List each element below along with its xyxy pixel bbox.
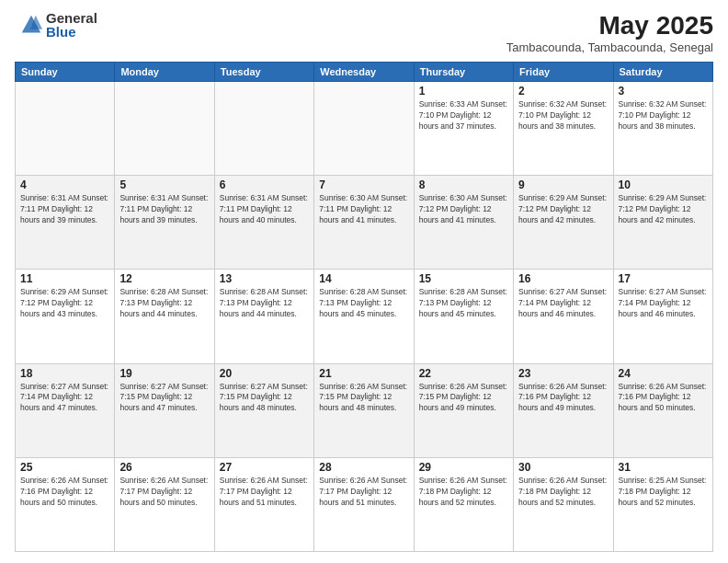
day-number: 29 <box>419 461 508 474</box>
header-monday: Monday <box>115 63 214 82</box>
logo-general-text: General <box>46 11 97 25</box>
day-number: 24 <box>619 367 708 380</box>
day-number: 10 <box>619 178 708 191</box>
day-info: Sunrise: 6:27 AM Sunset: 7:14 PM Dayligh… <box>20 382 109 415</box>
day-info: Sunrise: 6:26 AM Sunset: 7:15 PM Dayligh… <box>419 382 508 415</box>
table-row: 27Sunrise: 6:26 AM Sunset: 7:17 PM Dayli… <box>214 457 313 551</box>
table-row: 7Sunrise: 6:30 AM Sunset: 7:11 PM Daylig… <box>314 176 414 270</box>
table-row: 16Sunrise: 6:27 AM Sunset: 7:14 PM Dayli… <box>514 270 613 363</box>
day-number: 25 <box>20 461 109 474</box>
day-info: Sunrise: 6:27 AM Sunset: 7:15 PM Dayligh… <box>119 382 209 415</box>
table-row: 15Sunrise: 6:28 AM Sunset: 7:13 PM Dayli… <box>414 270 513 363</box>
day-number: 15 <box>419 272 508 285</box>
day-info: Sunrise: 6:29 AM Sunset: 7:12 PM Dayligh… <box>619 193 708 226</box>
day-number: 22 <box>419 367 508 380</box>
table-row: 10Sunrise: 6:29 AM Sunset: 7:12 PM Dayli… <box>613 176 712 270</box>
logo: General Blue <box>15 11 97 39</box>
header-sunday: Sunday <box>16 63 115 82</box>
calendar-header-row: Sunday Monday Tuesday Wednesday Thursday… <box>16 63 713 82</box>
day-info: Sunrise: 6:26 AM Sunset: 7:17 PM Dayligh… <box>319 476 408 509</box>
day-info: Sunrise: 6:27 AM Sunset: 7:14 PM Dayligh… <box>619 287 708 320</box>
logo-blue-text: Blue <box>46 25 97 39</box>
day-number: 7 <box>319 178 408 191</box>
table-row <box>16 82 115 176</box>
table-row: 21Sunrise: 6:26 AM Sunset: 7:15 PM Dayli… <box>314 363 414 457</box>
calendar-week-row: 4Sunrise: 6:31 AM Sunset: 7:11 PM Daylig… <box>16 176 713 270</box>
table-row: 26Sunrise: 6:26 AM Sunset: 7:17 PM Dayli… <box>115 457 214 551</box>
table-row: 18Sunrise: 6:27 AM Sunset: 7:14 PM Dayli… <box>16 363 115 457</box>
table-row: 28Sunrise: 6:26 AM Sunset: 7:17 PM Dayli… <box>314 457 414 551</box>
day-info: Sunrise: 6:31 AM Sunset: 7:11 PM Dayligh… <box>119 193 209 226</box>
table-row: 30Sunrise: 6:26 AM Sunset: 7:18 PM Dayli… <box>514 457 613 551</box>
day-info: Sunrise: 6:26 AM Sunset: 7:16 PM Dayligh… <box>20 476 109 509</box>
day-number: 30 <box>518 461 608 474</box>
day-number: 3 <box>619 85 708 98</box>
day-info: Sunrise: 6:25 AM Sunset: 7:18 PM Dayligh… <box>619 476 708 509</box>
table-row: 13Sunrise: 6:28 AM Sunset: 7:13 PM Dayli… <box>214 270 313 363</box>
day-number: 20 <box>220 367 309 380</box>
day-info: Sunrise: 6:28 AM Sunset: 7:13 PM Dayligh… <box>319 287 408 320</box>
table-row: 20Sunrise: 6:27 AM Sunset: 7:15 PM Dayli… <box>214 363 313 457</box>
day-number: 17 <box>619 272 708 285</box>
day-number: 27 <box>220 461 309 474</box>
table-row: 14Sunrise: 6:28 AM Sunset: 7:13 PM Dayli… <box>314 270 414 363</box>
table-row: 3Sunrise: 6:32 AM Sunset: 7:10 PM Daylig… <box>613 82 712 176</box>
day-number: 26 <box>119 461 209 474</box>
table-row <box>115 82 214 176</box>
day-number: 11 <box>20 272 109 285</box>
table-row: 12Sunrise: 6:28 AM Sunset: 7:13 PM Dayli… <box>115 270 214 363</box>
day-number: 18 <box>20 367 109 380</box>
table-row: 31Sunrise: 6:25 AM Sunset: 7:18 PM Dayli… <box>613 457 712 551</box>
table-row: 5Sunrise: 6:31 AM Sunset: 7:11 PM Daylig… <box>115 176 214 270</box>
day-info: Sunrise: 6:28 AM Sunset: 7:13 PM Dayligh… <box>119 287 209 320</box>
day-info: Sunrise: 6:26 AM Sunset: 7:15 PM Dayligh… <box>319 382 408 415</box>
day-number: 13 <box>220 272 309 285</box>
day-info: Sunrise: 6:30 AM Sunset: 7:12 PM Dayligh… <box>419 193 508 226</box>
day-number: 5 <box>119 178 209 191</box>
table-row: 17Sunrise: 6:27 AM Sunset: 7:14 PM Dayli… <box>613 270 712 363</box>
day-info: Sunrise: 6:27 AM Sunset: 7:14 PM Dayligh… <box>518 287 608 320</box>
location-subtitle: Tambacounda, Tambacounda, Senegal <box>506 40 713 54</box>
table-row: 23Sunrise: 6:26 AM Sunset: 7:16 PM Dayli… <box>514 363 613 457</box>
day-info: Sunrise: 6:28 AM Sunset: 7:13 PM Dayligh… <box>220 287 309 320</box>
table-row: 24Sunrise: 6:26 AM Sunset: 7:16 PM Dayli… <box>613 363 712 457</box>
table-row: 22Sunrise: 6:26 AM Sunset: 7:15 PM Dayli… <box>414 363 513 457</box>
header-friday: Friday <box>514 63 613 82</box>
day-info: Sunrise: 6:26 AM Sunset: 7:18 PM Dayligh… <box>518 476 608 509</box>
calendar-week-row: 25Sunrise: 6:26 AM Sunset: 7:16 PM Dayli… <box>16 457 713 551</box>
header: General Blue May 2025 Tambacounda, Tamba… <box>15 11 713 54</box>
day-info: Sunrise: 6:29 AM Sunset: 7:12 PM Dayligh… <box>20 287 109 320</box>
table-row <box>214 82 313 176</box>
table-row: 4Sunrise: 6:31 AM Sunset: 7:11 PM Daylig… <box>16 176 115 270</box>
day-info: Sunrise: 6:30 AM Sunset: 7:11 PM Dayligh… <box>319 193 408 226</box>
header-wednesday: Wednesday <box>314 63 414 82</box>
day-number: 6 <box>220 178 309 191</box>
logo-icon <box>18 12 44 38</box>
day-number: 1 <box>419 85 508 98</box>
header-tuesday: Tuesday <box>214 63 313 82</box>
day-info: Sunrise: 6:26 AM Sunset: 7:17 PM Dayligh… <box>119 476 209 509</box>
day-info: Sunrise: 6:31 AM Sunset: 7:11 PM Dayligh… <box>20 193 109 226</box>
table-row: 19Sunrise: 6:27 AM Sunset: 7:15 PM Dayli… <box>115 363 214 457</box>
table-row: 6Sunrise: 6:31 AM Sunset: 7:11 PM Daylig… <box>214 176 313 270</box>
day-number: 21 <box>319 367 408 380</box>
day-info: Sunrise: 6:29 AM Sunset: 7:12 PM Dayligh… <box>518 193 608 226</box>
calendar-table: Sunday Monday Tuesday Wednesday Thursday… <box>15 62 713 552</box>
day-info: Sunrise: 6:32 AM Sunset: 7:10 PM Dayligh… <box>619 99 708 132</box>
day-info: Sunrise: 6:31 AM Sunset: 7:11 PM Dayligh… <box>220 193 309 226</box>
table-row: 25Sunrise: 6:26 AM Sunset: 7:16 PM Dayli… <box>16 457 115 551</box>
day-number: 9 <box>518 178 608 191</box>
day-number: 19 <box>119 367 209 380</box>
day-number: 2 <box>518 85 608 98</box>
table-row: 11Sunrise: 6:29 AM Sunset: 7:12 PM Dayli… <box>16 270 115 363</box>
title-section: May 2025 Tambacounda, Tambacounda, Seneg… <box>506 11 713 54</box>
day-number: 14 <box>319 272 408 285</box>
day-info: Sunrise: 6:28 AM Sunset: 7:13 PM Dayligh… <box>419 287 508 320</box>
day-number: 4 <box>20 178 109 191</box>
table-row: 8Sunrise: 6:30 AM Sunset: 7:12 PM Daylig… <box>414 176 513 270</box>
calendar-week-row: 11Sunrise: 6:29 AM Sunset: 7:12 PM Dayli… <box>16 270 713 363</box>
day-number: 28 <box>319 461 408 474</box>
day-info: Sunrise: 6:26 AM Sunset: 7:16 PM Dayligh… <box>619 382 708 415</box>
table-row: 9Sunrise: 6:29 AM Sunset: 7:12 PM Daylig… <box>514 176 613 270</box>
page: General Blue May 2025 Tambacounda, Tamba… <box>0 0 728 563</box>
